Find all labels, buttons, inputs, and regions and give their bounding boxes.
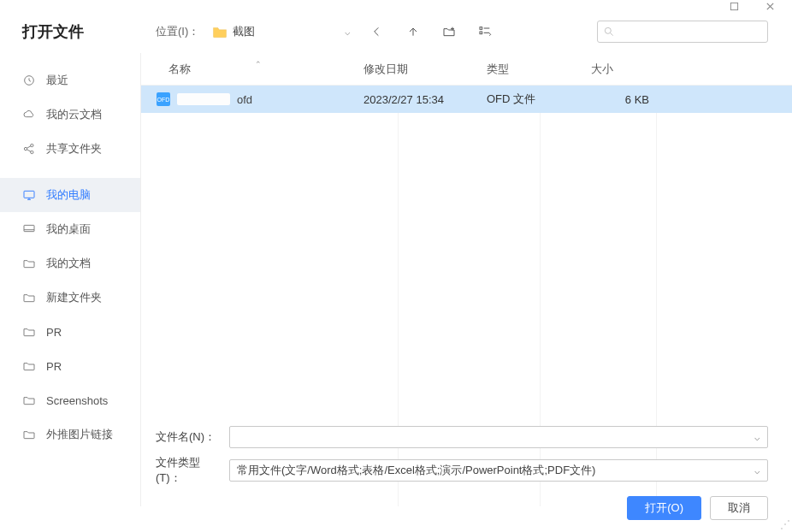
folder-icon (22, 257, 36, 270)
cell-date: 2023/2/27 15:34 (363, 93, 487, 106)
sidebar-item-1[interactable]: 我的云文档 (0, 98, 140, 132)
location-combo[interactable]: 截图 ⌵ (206, 21, 357, 43)
sidebar-item-8[interactable]: PR (0, 349, 140, 383)
sidebar-item-9[interactable]: Screenshots (0, 383, 140, 417)
cell-size: 6 KB (591, 93, 654, 106)
svg-point-6 (31, 144, 33, 146)
folder-icon (22, 359, 36, 373)
table-row[interactable]: OFDofd2023/2/27 15:34OFD 文件6 KB (141, 86, 792, 113)
filename-combo[interactable]: ⌵ (229, 426, 768, 448)
svg-point-7 (31, 151, 33, 153)
close-button[interactable] (754, 2, 785, 10)
sidebar-item-label: PR (46, 360, 62, 373)
search-input-wrapper[interactable] (597, 21, 768, 43)
dialog-title: 打开文件 (0, 21, 156, 42)
sidebar-item-0[interactable]: 最近 (0, 63, 140, 98)
column-name[interactable]: ⌃ 名称 (153, 62, 363, 77)
sidebar-item-6[interactable]: 新建文件夹 (0, 281, 140, 315)
sidebar-item-3[interactable]: 我的电脑 (0, 178, 140, 212)
folder-icon (22, 291, 36, 304)
ofd-file-icon: OFD (157, 92, 170, 106)
folder-icon (212, 25, 228, 38)
column-date[interactable]: 修改日期 (363, 62, 487, 77)
monitor-icon (22, 188, 36, 202)
svg-rect-2 (480, 32, 482, 34)
svg-rect-8 (24, 191, 34, 198)
new-folder-button[interactable] (440, 23, 458, 40)
sort-caret-icon: ⌃ (255, 60, 262, 68)
column-size[interactable]: 大小 (591, 62, 654, 77)
filename-ext: ofd (237, 93, 252, 106)
sidebar-item-label: 我的电脑 (46, 187, 91, 203)
sidebar-item-5[interactable]: 我的文档 (0, 246, 140, 281)
up-button[interactable] (405, 23, 422, 40)
svg-rect-1 (480, 27, 482, 30)
column-type[interactable]: 类型 (487, 62, 591, 77)
desktop-icon (22, 222, 36, 236)
column-header-row: ⌃ 名称 修改日期 类型 大小 (141, 53, 792, 86)
svg-point-3 (605, 27, 611, 33)
resize-grip[interactable]: ⋰ (780, 518, 790, 530)
sidebar-item-10[interactable]: 外推图片链接 (0, 417, 140, 452)
clock-icon (22, 74, 36, 87)
filetype-label: 文件类型(T)： (156, 455, 224, 486)
sidebar-item-label: PR (46, 326, 62, 339)
chevron-down-icon: ⌵ (754, 465, 760, 476)
back-button[interactable] (369, 23, 386, 40)
folder-icon (22, 393, 36, 407)
share-icon (22, 142, 36, 156)
search-input[interactable] (618, 26, 762, 38)
open-button[interactable]: 打开(O) (627, 496, 701, 520)
chevron-down-icon: ⌵ (754, 432, 760, 443)
sidebar-item-label: 最近 (46, 73, 68, 88)
maximize-button[interactable] (718, 2, 749, 10)
folder-icon (22, 325, 36, 339)
location-name: 截图 (233, 24, 340, 39)
cancel-button[interactable]: 取消 (710, 496, 768, 520)
sidebar-item-label: 新建文件夹 (46, 290, 102, 305)
filetype-combo[interactable]: 常用文件(文字/Word格式;表格/Excel格式;演示/PowerPoint格… (229, 459, 768, 482)
sidebar-item-label: 外推图片链接 (46, 427, 113, 442)
search-icon (603, 26, 615, 38)
cloud-icon (22, 108, 36, 121)
svg-rect-0 (730, 3, 737, 9)
sidebar-item-label: 我的云文档 (46, 107, 102, 122)
filename-label: 文件名(N)： (156, 429, 224, 445)
location-label: 位置(I)： (156, 24, 199, 39)
sidebar-item-label: 我的桌面 (46, 222, 91, 237)
cell-type: OFD 文件 (487, 92, 591, 107)
filename-redacted (177, 93, 230, 105)
sidebar-item-2[interactable]: 共享文件夹 (0, 132, 140, 166)
sidebar-item-7[interactable]: PR (0, 315, 140, 349)
view-mode-button[interactable] (476, 23, 494, 40)
sidebar-item-4[interactable]: 我的桌面 (0, 212, 140, 246)
sidebar-item-label: Screenshots (46, 394, 108, 407)
svg-point-5 (24, 147, 27, 150)
sidebar-item-label: 共享文件夹 (46, 141, 102, 157)
folder-icon (22, 428, 36, 441)
svg-rect-9 (24, 225, 34, 231)
sidebar-item-label: 我的文档 (46, 256, 91, 271)
chevron-down-icon: ⌵ (345, 27, 351, 38)
sidebar: 最近我的云文档共享文件夹我的电脑我的桌面我的文档新建文件夹PRPRScreens… (0, 53, 141, 506)
